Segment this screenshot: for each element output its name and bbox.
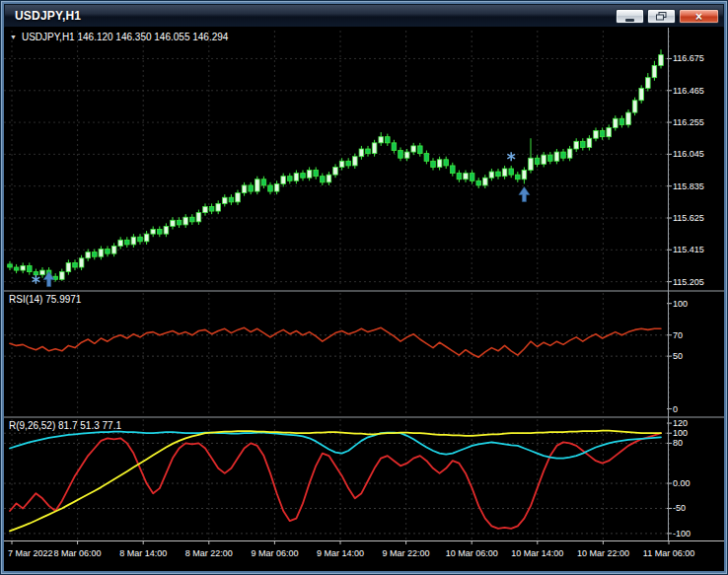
candle — [359, 149, 364, 157]
candle — [158, 230, 163, 235]
candle — [451, 166, 456, 174]
candle — [431, 161, 436, 167]
candle — [619, 118, 624, 124]
candle — [151, 230, 156, 235]
chart-ohlc-text: USDJPY,H1 146.120 146.350 146.055 146.29… — [22, 32, 228, 43]
candle — [236, 193, 241, 202]
candle — [196, 213, 201, 222]
candle — [99, 250, 104, 257]
close-icon: × — [695, 11, 702, 23]
chart-client-area: 116.675116.465116.255116.045115.835115.6… — [4, 28, 724, 571]
candle — [261, 180, 266, 185]
candle — [118, 240, 123, 246]
candle — [294, 174, 299, 181]
candle — [321, 177, 326, 182]
candle — [66, 262, 71, 271]
buy-arrow-icon — [519, 186, 530, 201]
candle — [177, 220, 182, 225]
r-slow-line — [10, 431, 661, 532]
candle — [106, 250, 110, 254]
candle — [190, 217, 195, 222]
candle — [404, 152, 409, 158]
candle — [626, 112, 631, 124]
candle — [40, 270, 45, 275]
candle — [535, 158, 540, 164]
candle — [522, 171, 527, 180]
candle — [79, 258, 84, 267]
price-scale[interactable] — [669, 28, 724, 540]
r-indicator-label: R(9,26,52) 81.7 51.3 77.1 — [9, 420, 121, 432]
candle — [268, 185, 273, 191]
candle — [476, 180, 481, 185]
candle — [614, 118, 619, 127]
candle — [411, 146, 416, 152]
candle — [489, 172, 494, 178]
candle — [600, 131, 605, 137]
candle — [483, 178, 488, 185]
candle — [34, 272, 38, 275]
candle — [424, 154, 429, 162]
window-title: USDJPY,H1 — [15, 9, 81, 23]
candle — [131, 237, 136, 245]
candle — [386, 137, 391, 143]
r-mid-line — [10, 432, 661, 459]
candle — [314, 171, 319, 177]
candle — [594, 131, 599, 139]
candle — [8, 264, 13, 267]
candle — [203, 206, 208, 212]
candle — [73, 262, 78, 267]
candle — [281, 177, 286, 184]
candle — [561, 152, 566, 158]
candle — [444, 160, 449, 166]
buy-arrow-icon — [43, 272, 54, 287]
titlebar[interactable]: USDJPY,H1 × — [4, 4, 724, 28]
rsi-indicator-label: RSI(14) 75.9971 — [9, 294, 81, 306]
candle — [529, 158, 534, 170]
candle — [125, 240, 130, 245]
candle — [457, 174, 462, 180]
rsi-label-text: RSI(14) 75.9971 — [9, 294, 81, 306]
candle — [223, 197, 228, 203]
candle — [255, 180, 260, 191]
restore-button[interactable] — [647, 9, 676, 24]
candle — [366, 149, 371, 154]
candle — [339, 161, 344, 167]
candle — [554, 152, 559, 161]
candle — [249, 185, 254, 191]
candle — [470, 174, 474, 181]
candle — [502, 169, 507, 177]
candle — [607, 127, 612, 136]
candle — [171, 220, 176, 226]
candle — [509, 169, 514, 175]
rsi-line — [10, 327, 661, 357]
candle — [392, 143, 397, 151]
chart-ohlc-label: ▼ USDJPY,H1 146.120 146.350 146.055 146.… — [10, 32, 228, 43]
candle — [652, 65, 657, 77]
candle — [209, 206, 214, 211]
restore-icon — [656, 12, 667, 21]
candle — [28, 265, 33, 271]
candle — [93, 252, 98, 257]
time-scale[interactable] — [4, 541, 667, 571]
candle — [138, 237, 143, 242]
candle — [346, 161, 351, 166]
r-fast-line — [10, 433, 661, 529]
candle — [567, 149, 572, 158]
close-button[interactable]: × — [679, 9, 719, 24]
chart-canvas[interactable]: 116.675116.465116.255116.045115.835115.6… — [4, 28, 724, 571]
candle — [307, 171, 312, 179]
candle — [587, 138, 592, 147]
candle — [542, 155, 546, 164]
candle — [216, 203, 221, 211]
candle — [274, 183, 279, 191]
candle — [574, 141, 579, 149]
minimize-button[interactable] — [616, 9, 644, 24]
candle — [646, 78, 651, 89]
candle — [639, 88, 644, 100]
candle — [372, 143, 377, 154]
candle — [183, 217, 188, 225]
minimize-icon — [625, 19, 634, 22]
chart-menu-triangle-icon[interactable]: ▼ — [10, 32, 17, 43]
candle — [353, 157, 358, 166]
candle — [86, 252, 91, 258]
